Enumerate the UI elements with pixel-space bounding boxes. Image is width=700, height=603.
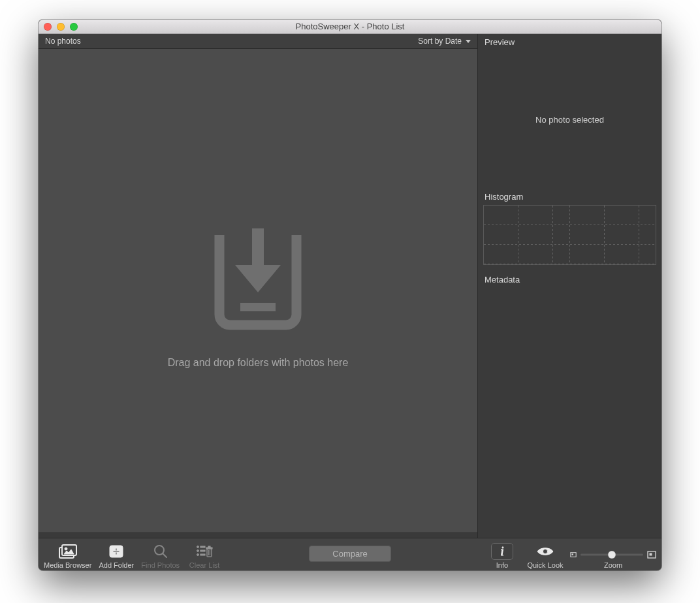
sort-label: Sort by Date	[418, 37, 462, 46]
find-photos-label: Find Photos	[141, 561, 180, 569]
app-body: No photos Sort by Date Drag and drop fol…	[39, 34, 661, 538]
compare-wrap: Compare	[309, 546, 391, 562]
traffic-lights	[44, 23, 78, 31]
media-browser-button[interactable]: Media Browser	[44, 539, 91, 569]
preview-section-label: Preview	[478, 34, 661, 50]
side-panel: Preview No photo selected Histogram Meta…	[478, 34, 661, 538]
svg-rect-12	[200, 550, 205, 551]
metadata-section-label: Metadata	[478, 271, 661, 288]
toolbar-left-group: Media Browser Add Folder	[44, 539, 223, 569]
preview-placeholder-text: No photo selected	[535, 115, 604, 125]
quick-look-button[interactable]: Quick Look	[527, 539, 564, 569]
svg-point-9	[197, 546, 199, 548]
magnifier-icon	[153, 543, 168, 560]
drop-instruction-text: Drag and drop folders with photos here	[168, 357, 349, 369]
svg-rect-23	[572, 553, 574, 555]
photo-list-header: No photos Sort by Date	[39, 34, 477, 49]
titlebar[interactable]: PhotoSweeper X - Photo List	[39, 20, 661, 34]
svg-rect-15	[207, 549, 212, 557]
window-title: PhotoSweeper X - Photo List	[39, 22, 661, 31]
window-zoom-button[interactable]	[70, 23, 78, 31]
sort-menu[interactable]: Sort by Date	[418, 37, 471, 46]
add-folder-icon	[108, 543, 124, 560]
find-photos-button: Find Photos	[141, 539, 180, 569]
chevron-down-icon	[466, 40, 471, 43]
download-tray-icon	[196, 213, 320, 339]
metadata-area	[478, 288, 661, 538]
photo-drop-zone[interactable]: Drag and drop folders with photos here	[39, 49, 477, 533]
media-browser-label: Media Browser	[44, 561, 91, 569]
svg-point-3	[65, 548, 67, 550]
zoom-label: Zoom	[604, 561, 622, 569]
window-close-button[interactable]	[44, 23, 52, 31]
clear-list-icon	[196, 543, 213, 560]
svg-rect-0	[240, 303, 276, 311]
bottom-toolbar: Media Browser Add Folder	[39, 538, 661, 570]
zoom-knob[interactable]	[608, 551, 616, 559]
main-column: No photos Sort by Date Drag and drop fol…	[39, 34, 478, 538]
media-browser-icon	[59, 543, 77, 560]
info-label: Info	[496, 561, 508, 569]
app-window: PhotoSweeper X - Photo List No photos So…	[39, 20, 661, 570]
svg-rect-17	[208, 546, 210, 548]
info-toggle-button[interactable]: i Info	[484, 539, 520, 569]
svg-rect-6	[113, 551, 119, 552]
clear-list-label: Clear List	[189, 561, 219, 569]
compare-label: Compare	[332, 549, 367, 559]
svg-point-11	[197, 550, 199, 552]
info-icon: i	[491, 543, 513, 560]
svg-point-21	[543, 549, 547, 553]
histogram-section-label: Histogram	[478, 189, 661, 205]
zoom-control: Zoom	[570, 539, 656, 569]
add-folder-button[interactable]: Add Folder	[98, 539, 135, 569]
quick-look-label: Quick Look	[527, 561, 563, 569]
histogram-grid	[483, 205, 656, 265]
main-spacer	[39, 533, 477, 538]
svg-text:i: i	[500, 546, 503, 557]
zoom-slider[interactable]	[581, 550, 643, 559]
svg-line-8	[163, 553, 167, 557]
svg-rect-14	[200, 554, 205, 555]
zoom-out-icon[interactable]	[570, 551, 577, 558]
eye-icon	[536, 543, 554, 560]
svg-point-13	[197, 554, 199, 556]
svg-rect-10	[200, 546, 205, 548]
clear-list-button: Clear List	[186, 539, 223, 569]
preview-area: No photo selected	[478, 50, 661, 189]
toolbar-right-group: i Info Quick Look	[484, 539, 656, 569]
window-minimize-button[interactable]	[57, 23, 65, 31]
zoom-in-icon[interactable]	[647, 551, 656, 559]
svg-rect-25	[650, 553, 652, 556]
add-folder-label: Add Folder	[99, 561, 134, 569]
histogram-panel	[478, 205, 661, 271]
compare-button[interactable]: Compare	[309, 546, 391, 562]
photo-count-label: No photos	[45, 37, 81, 46]
